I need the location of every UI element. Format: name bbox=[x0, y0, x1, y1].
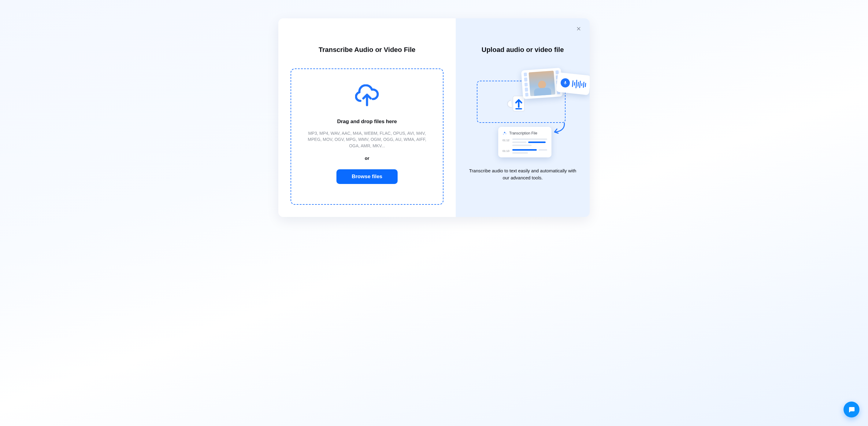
sparkle-icon bbox=[502, 131, 507, 135]
waveform-icon bbox=[571, 78, 586, 91]
info-panel-title: Upload audio or video file bbox=[482, 46, 564, 54]
dropzone-heading: Drag and drop files here bbox=[337, 119, 397, 125]
transcription-card-title: Transcription File bbox=[509, 131, 537, 135]
transcription-row: 01:12 bbox=[502, 138, 547, 146]
upload-panel: Transcribe Audio or Video File Drag and … bbox=[278, 18, 456, 217]
illustration-audio-card-icon bbox=[556, 72, 590, 95]
close-button[interactable] bbox=[575, 25, 583, 33]
microphone-icon bbox=[560, 78, 570, 88]
transcription-timestamp: 01:12 bbox=[502, 138, 510, 142]
illustration-arrow-icon bbox=[552, 122, 567, 137]
upload-modal: Transcribe Audio or Video File Drag and … bbox=[278, 18, 590, 217]
chat-icon bbox=[848, 406, 855, 413]
info-panel: Upload audio or video file bbox=[456, 18, 590, 217]
illustration-transcription-card: Transcription File 01:12 01:13 bbox=[498, 127, 552, 157]
chat-button[interactable] bbox=[843, 401, 860, 418]
cloud-upload-icon bbox=[355, 84, 379, 107]
file-dropzone[interactable]: Drag and drop files here MP3, MP4, WAV, … bbox=[290, 68, 443, 205]
upload-illustration: Transcription File 01:12 01:13 bbox=[477, 67, 568, 159]
transcription-timestamp: 01:13 bbox=[502, 149, 510, 153]
info-panel-description: Transcribe audio to text easily and auto… bbox=[468, 167, 578, 181]
dropzone-or: or bbox=[365, 156, 369, 161]
dropzone-formats: MP3, MP4, WAV, AAC, M4A, WEBM, FLAC, OPU… bbox=[303, 130, 431, 149]
browse-files-button[interactable]: Browse files bbox=[336, 169, 398, 184]
close-icon bbox=[576, 26, 581, 31]
transcription-row: 01:13 bbox=[502, 149, 547, 154]
upload-panel-title: Transcribe Audio or Video File bbox=[319, 46, 416, 54]
illustration-video-card-icon bbox=[521, 68, 563, 99]
